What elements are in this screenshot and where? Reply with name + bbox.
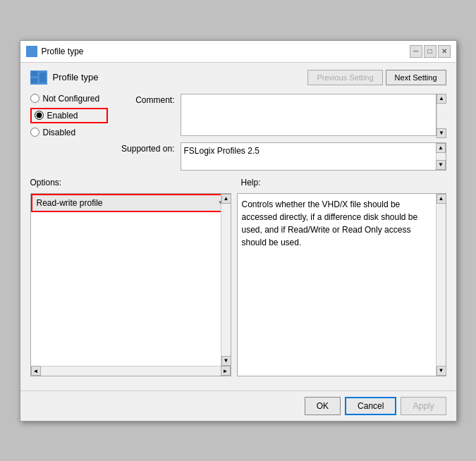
ok-button[interactable]: OK [305,397,341,415]
options-scroll-track [221,204,231,356]
window-controls: ─ □ ✕ [410,45,451,58]
disabled-label: Disabled [43,128,76,137]
not-configured-radio-item[interactable]: Not Configured [30,94,108,104]
not-configured-radio[interactable] [30,94,39,103]
options-scroll-down[interactable]: ▼ [221,356,231,366]
scroll-track-2 [437,153,446,160]
main-window: Profile type ─ □ ✕ Profile type Pr [20,40,457,422]
comment-scrollbar: ▲ ▼ [437,94,446,138]
supported-label: Supported on: [115,142,175,154]
options-scroll-right[interactable]: ► [221,366,231,376]
options-label: Options: [30,178,62,188]
options-scrollbar: ▲ ▼ [221,194,231,366]
svg-rect-2 [32,48,37,55]
comment-label: Comment: [115,94,175,105]
profile-type-dropdown[interactable]: Read-write profile ▼ [31,194,231,212]
supported-value: FSLogix Profiles 2.5 [181,143,446,159]
dropdown-value: Read-write profile [37,198,103,208]
options-bottom-scrollbar: ◄ ► [31,366,231,376]
enabled-label: Enabled [47,111,78,121]
svg-rect-0 [26,47,31,51]
cancel-button[interactable]: Cancel [345,397,396,415]
help-text: Controls whether the VHD/X file should b… [242,198,441,249]
right-fields: Comment: ▲ ▼ Supported on: FSLogix Profi… [115,94,446,171]
header-left: Profile type [30,70,99,85]
bottom-buttons: OK Cancel Apply [20,391,456,421]
supported-scrollbar: ▲ ▼ [436,143,446,170]
enabled-radio-item[interactable]: Enabled [30,108,108,123]
options-scroll-left[interactable]: ◄ [31,366,41,376]
comment-field-row: Comment: ▲ ▼ [115,94,446,138]
scroll-down-arrow-2[interactable]: ▼ [436,160,446,170]
apply-button[interactable]: Apply [401,397,446,415]
window-title: Profile type [42,47,84,56]
scroll-up-arrow[interactable]: ▲ [437,94,446,104]
panels-row: Read-write profile ▼ ▲ ▼ ◄ ► Controls wh… [30,193,446,376]
not-configured-label: Not Configured [43,94,100,104]
form-section: Not Configured Enabled Disabled Comment: [30,94,446,171]
dialog-content: Profile type Previous Setting Next Setti… [20,63,456,383]
radio-group: Not Configured Enabled Disabled [30,94,108,171]
options-label-col: Options: [30,178,236,188]
maximize-button[interactable]: □ [424,45,437,58]
header-row: Profile type Previous Setting Next Setti… [30,70,446,85]
previous-setting-button[interactable]: Previous Setting [307,70,382,85]
disabled-radio[interactable] [30,128,39,137]
title-bar: Profile type ─ □ ✕ [20,41,456,63]
help-label-col: Help: [241,178,446,188]
header-icon [30,70,47,85]
help-scroll-track [437,204,446,366]
next-setting-button[interactable]: Next Setting [386,70,446,85]
minimize-button[interactable]: ─ [410,45,422,58]
help-panel: Controls whether the VHD/X file should b… [237,193,446,376]
help-scrollbar: ▲ ▼ [436,194,446,376]
svg-rect-4 [31,78,37,83]
options-scroll-up[interactable]: ▲ [221,194,231,204]
header-title: Profile type [53,72,99,82]
header-buttons: Previous Setting Next Setting [307,70,446,85]
svg-rect-5 [39,73,46,82]
supported-value-container: FSLogix Profiles 2.5 ▲ ▼ [181,142,446,171]
supported-field-row: Supported on: FSLogix Profiles 2.5 ▲ ▼ [115,142,446,171]
svg-rect-1 [26,52,31,56]
options-panel: Read-write profile ▼ ▲ ▼ ◄ ► [30,193,231,376]
help-scroll-up[interactable]: ▲ [437,194,446,204]
scroll-track [437,104,446,128]
disabled-radio-item[interactable]: Disabled [30,128,108,137]
scroll-up-arrow-2[interactable]: ▲ [436,143,446,153]
comment-textarea[interactable] [181,94,437,136]
options-scroll-track-h [41,367,221,376]
help-label: Help: [241,178,261,188]
svg-rect-3 [31,71,37,76]
close-button[interactable]: ✕ [438,45,451,58]
panels-labels: Options: Help: [30,178,446,188]
scroll-down-arrow[interactable]: ▼ [437,128,446,138]
help-scroll-down[interactable]: ▼ [437,366,446,376]
profile-type-icon [26,46,37,57]
options-content [31,212,231,376]
title-bar-left: Profile type [26,46,84,57]
enabled-radio[interactable] [35,111,44,120]
